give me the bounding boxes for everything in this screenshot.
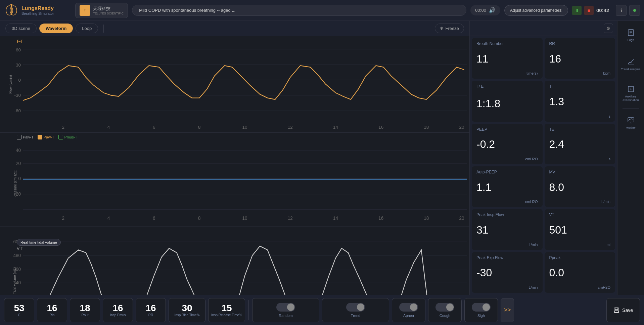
toggle-knob-sigh	[482, 303, 490, 311]
legend-pmus[interactable]: Pmus-T	[58, 135, 78, 139]
side-nav: Logs Trend analysis Auxiliary examinatio…	[617, 21, 644, 295]
metric-unit: L/min	[476, 285, 538, 289]
legend-paw[interactable]: Paw-T	[38, 135, 54, 139]
svg-text:12: 12	[288, 216, 293, 221]
pause-button[interactable]: ⏸	[572, 6, 582, 15]
svg-text:60: 60	[16, 47, 21, 52]
metric-card-peak-insp-flow: Peak Insp.Flow 31 L/min	[472, 209, 543, 250]
info-button[interactable]: ℹ	[616, 5, 627, 16]
param-value-c: 53	[14, 303, 24, 314]
toggle-cough[interactable]: Cough	[428, 298, 462, 322]
metric-unit: ml	[549, 243, 611, 247]
param-insp_release[interactable]: 15 Insp.Release.Time%	[208, 298, 245, 322]
param-label-insp_pmus: Insp.Pmus	[110, 313, 126, 317]
toggle-switch-trend[interactable]	[346, 303, 365, 312]
logo-text: LungsReady Breathing Simulator	[21, 5, 54, 15]
palv-label: Palv-T	[23, 135, 34, 139]
metric-card-peep: PEEP -0.2 cmH2O	[472, 124, 543, 164]
param-label-insp_rise: Insp.Rise.Time%	[174, 313, 199, 317]
param-c[interactable]: 53 C	[4, 298, 34, 322]
metric-card-vt: VT 501 ml	[545, 209, 615, 250]
legend-palv[interactable]: Palv-T	[17, 135, 34, 139]
tab-3d-scene[interactable]: 3D scene	[5, 24, 37, 33]
param-insp_rise[interactable]: 30 Insp.Rise.Time%	[169, 298, 205, 322]
nav-item-auxiliary[interactable]: Auxiliary examination	[619, 82, 643, 106]
metric-unit: cmH2O	[549, 285, 611, 289]
param-value-insp_pmus: 16	[112, 303, 123, 314]
svg-text:6: 6	[153, 125, 155, 130]
toggle-switch-sigh[interactable]	[472, 303, 491, 312]
pressure-chart-container: Pressure (cmH2O) 40 20 0 -20 2 4 6 8 10	[0, 140, 469, 227]
nav-arrow-button[interactable]: >>	[501, 298, 514, 322]
svg-point-0	[6, 6, 13, 15]
param-rout[interactable]: 18 Rout	[70, 298, 100, 322]
params-button[interactable]: Adjust advanced parameters!	[504, 5, 568, 16]
metric-card-te: TE 2.4 s	[545, 124, 615, 164]
controls-right: ⏸ ■ 00:42 ℹ	[572, 5, 640, 16]
timer-icon: 🔊	[489, 7, 496, 13]
svg-text:-30: -30	[14, 93, 21, 98]
green-dot	[633, 9, 636, 12]
ft-label: F-T	[17, 39, 23, 44]
toggle-label-apnea: Apnea	[403, 314, 414, 318]
toggle-sigh[interactable]: Sigh	[464, 298, 498, 322]
metric-value: 0.0	[549, 267, 611, 278]
stop-button[interactable]: ■	[584, 6, 594, 15]
vt-chart: 600 480 360 240 120 0 -120 2 4 6 8 10 12…	[3, 236, 467, 295]
toggle-switch-cough[interactable]	[435, 303, 454, 312]
metric-card-i-/-e: I / E 1:1.8	[472, 81, 543, 121]
svg-text:0: 0	[18, 176, 21, 181]
param-insp_pmus[interactable]: 16 Insp.Pmus	[103, 298, 133, 322]
header: LungsReady Breathing Simulator T 天堰科技 TE…	[0, 0, 644, 21]
camera-button[interactable]	[629, 5, 640, 16]
paw-checkbox[interactable]	[38, 135, 42, 139]
flow-y-label: Flow (L/min)	[9, 75, 12, 94]
param-label-c: C	[18, 313, 20, 317]
monitor-icon	[627, 117, 635, 125]
logo-subtitle: Breathing Simulator	[21, 11, 54, 15]
param-rin[interactable]: 16 Rin	[37, 298, 67, 322]
company-name-en: TELLYES SCIENTIFIC	[93, 12, 124, 15]
svg-text:4: 4	[107, 125, 110, 130]
toggle-random[interactable]: Random	[252, 298, 319, 322]
logs-label: Logs	[628, 38, 634, 42]
metric-name: TE	[549, 127, 611, 132]
param-label-rout: Rout	[81, 313, 88, 317]
svg-text:480: 480	[13, 252, 21, 258]
svg-point-4	[10, 4, 12, 5]
toggle-apnea[interactable]: Apnea	[392, 298, 425, 322]
company-name-cn: 天堰科技	[93, 6, 124, 12]
nav-item-monitor[interactable]: Monitor	[619, 111, 643, 135]
toggle-trend[interactable]: Trend	[322, 298, 389, 322]
metric-card-rr: RR 16 bpm	[545, 38, 615, 79]
freeze-icon: ❄	[440, 26, 444, 31]
toggle-switch-apnea[interactable]	[399, 303, 418, 312]
svg-text:8: 8	[198, 125, 201, 130]
svg-text:10: 10	[242, 216, 247, 221]
tab-loop[interactable]: Loop	[76, 24, 98, 33]
freeze-button[interactable]: ❄ Freeze	[435, 24, 464, 33]
palv-checkbox[interactable]	[17, 135, 21, 139]
metric-value: 31	[476, 225, 538, 235]
metric-card-auto-peep: Auto-PEEP 1.1 cmH2O	[472, 166, 543, 207]
svg-text:18: 18	[424, 125, 429, 130]
company-icon: T	[80, 5, 90, 16]
save-button[interactable]: Save	[606, 298, 640, 322]
svg-text:0: 0	[18, 77, 21, 82]
tab-bar: 3D scene Waveform Loop ❄ Freeze	[0, 21, 469, 36]
nav-item-trend[interactable]: Trend analysis	[619, 53, 643, 76]
pmus-checkbox[interactable]	[58, 135, 63, 139]
nav-divider	[623, 108, 639, 109]
tab-waveform[interactable]: Waveform	[39, 24, 73, 33]
svg-text:8: 8	[198, 216, 201, 221]
nav-item-logs[interactable]: Logs	[619, 24, 643, 47]
param-rr[interactable]: 16 RR	[136, 298, 166, 322]
bottom-separator	[248, 300, 249, 320]
metrics-grid: Breath Number 11 time(s) RR 16 bpm I / E…	[470, 36, 617, 295]
metric-name: Peak Exp.Flow	[476, 255, 538, 260]
metrics-settings-button[interactable]: ⚙	[604, 24, 613, 33]
metric-name: Auto-PEEP	[476, 170, 538, 174]
toggle-switch-random[interactable]	[276, 303, 295, 312]
pressure-legend: Palv-T Paw-T Pmus-T	[0, 133, 469, 140]
metric-name: VT	[549, 212, 611, 217]
